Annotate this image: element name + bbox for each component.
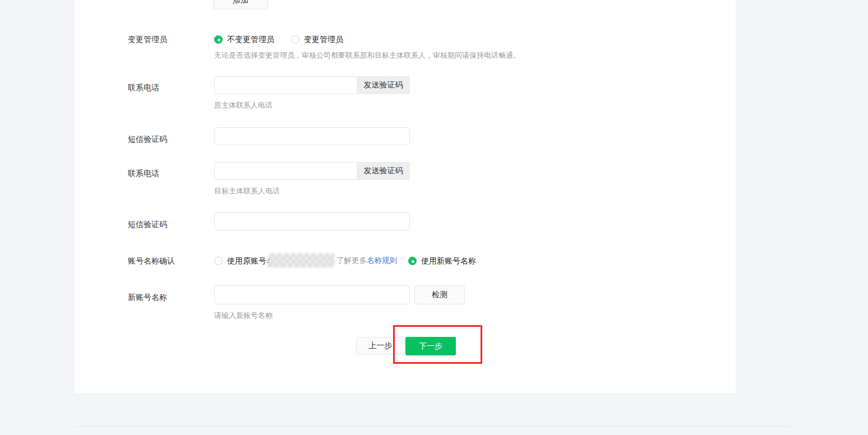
account-name-confirm-label: 账号名称确认 (128, 255, 175, 266)
phone-original-helper: 原主体联系人电话 (214, 100, 273, 110)
radio-unselected-icon[interactable] (214, 257, 223, 265)
learn-more-text: 了解更多名称规则 (336, 255, 397, 266)
radio-label: 不变更管理员 (227, 34, 274, 45)
phone-target-label: 联系电话 (128, 168, 159, 179)
radio-unselected-icon[interactable] (291, 35, 299, 44)
redacted-account-name (268, 253, 335, 267)
name-rules-link[interactable]: 名称规则 (367, 256, 397, 265)
radio-selected-icon[interactable] (408, 257, 417, 265)
sms-target-label: 短信验证码 (128, 219, 167, 230)
prev-step-button[interactable]: 上一步 (356, 337, 405, 355)
sms-original-input[interactable] (214, 127, 410, 145)
phone-original-field: 发送验证码 (214, 76, 410, 94)
next-step-button[interactable]: 下一步 (405, 337, 456, 355)
add-button[interactable]: 添加 (213, 0, 268, 10)
admin-change-label: 变更管理员 (128, 34, 167, 45)
radio-use-new-name[interactable]: 使用新账号名称 (408, 255, 476, 266)
account-name-radio-group: 使用原账号名称 了解更多名称规则 使用新账号名称 (214, 255, 607, 269)
admin-change-radio-group: 不变更管理员 变更管理员 (214, 34, 343, 45)
form-panel: 添加 变更管理员 不变更管理员 变更管理员 无论是否选择变更管理员，审核公司都要… (75, 0, 736, 393)
radio-no-admin-change[interactable]: 不变更管理员 (214, 34, 274, 45)
footer-divider (75, 426, 791, 427)
new-account-name-input[interactable] (214, 285, 410, 304)
radio-selected-icon[interactable] (214, 35, 223, 44)
new-account-name-helper: 请输入新账号名称 (214, 311, 273, 321)
sms-original-label: 短信验证码 (128, 133, 167, 145)
phone-target-helper: 目标主体联系人电话 (214, 186, 280, 196)
send-code-button-target[interactable]: 发送验证码 (357, 162, 410, 180)
check-name-button[interactable]: 检测 (414, 285, 465, 304)
admin-change-note: 无论是否选择变更管理员，审核公司都要联系原和目标主体联系人，审核期间请保持电话畅… (214, 50, 520, 61)
phone-original-label: 联系电话 (128, 82, 159, 93)
new-account-name-label: 新账号名称 (128, 291, 167, 303)
phone-target-input[interactable] (214, 162, 357, 180)
send-code-button-original[interactable]: 发送验证码 (357, 76, 410, 94)
phone-original-input[interactable] (214, 76, 357, 94)
phone-target-field: 发送验证码 (214, 162, 410, 180)
radio-label: 使用新账号名称 (421, 255, 476, 266)
learn-more-label: 了解更多 (336, 256, 367, 265)
sms-target-input[interactable] (214, 212, 410, 230)
radio-admin-change[interactable]: 变更管理员 (291, 34, 343, 45)
radio-label: 变更管理员 (304, 34, 343, 45)
